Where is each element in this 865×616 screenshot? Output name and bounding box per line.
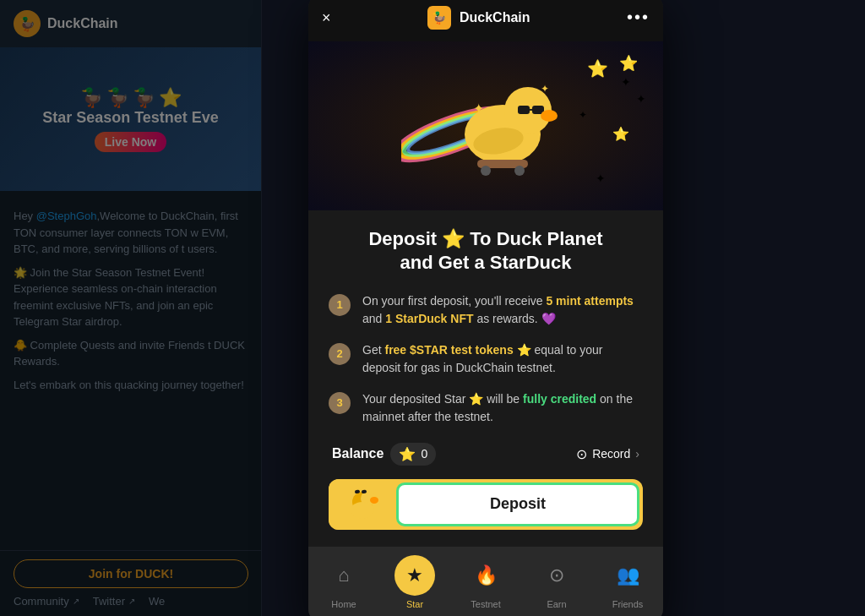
testnet-icon: 🔥 — [475, 564, 498, 586]
modal-app-info: 🦆 DuckChain — [427, 5, 530, 29]
step-text-1: On your first deposit, you'll receive 5 … — [362, 292, 643, 328]
steps-list: 1 On your first deposit, you'll receive … — [329, 292, 643, 426]
nav-icon-wrap-home: ⌂ — [324, 555, 364, 596]
nav-icon-wrap-star: ★ — [394, 555, 435, 596]
star-particle: ✦ — [579, 108, 587, 120]
nav-label-star: Star — [406, 599, 423, 609]
chevron-right-icon: › — [635, 447, 639, 461]
step-item-3: 3 Your deposited Star ⭐ will be fully cr… — [329, 390, 643, 426]
step-number-2: 2 — [329, 343, 351, 365]
svg-point-13 — [514, 165, 525, 175]
balance-star-icon: ⭐ — [399, 446, 416, 462]
deposit-duck-icon — [329, 479, 396, 530]
modal-hero: ⭐ ✦ ⭐ ✦ ⭐ ✦ ✦ — [308, 41, 663, 210]
star-particle: ⭐ — [619, 53, 638, 72]
star-particle: ✦ — [636, 91, 646, 105]
modal-title: Deposit ⭐ To Duck Planet and Get a StarD… — [329, 226, 643, 275]
duckchain-modal: × 🦆 DuckChain ••• ⭐ ✦ ⭐ ✦ ⭐ ✦ ✦ — [308, 0, 663, 616]
close-button[interactable]: × — [322, 9, 331, 25]
step-item-1: 1 On your first deposit, you'll receive … — [329, 292, 643, 328]
star-particle: ⭐ — [587, 57, 608, 78]
nav-item-home[interactable]: ⌂ Home — [318, 555, 369, 609]
nav-label-friends: Friends — [612, 599, 644, 609]
earn-icon: ⊙ — [549, 564, 564, 586]
step-number-3: 3 — [329, 392, 351, 414]
step-text-2: Get free $STAR test tokens ⭐ equal to yo… — [362, 341, 643, 377]
nav-label-home: Home — [331, 599, 356, 609]
record-icon: ⊙ — [576, 446, 587, 462]
deposit-button[interactable]: Deposit — [396, 482, 639, 526]
nav-item-friends[interactable]: 👥 Friends — [602, 555, 653, 609]
step-text-3: Your deposited Star ⭐ will be fully cred… — [362, 390, 643, 426]
record-label: Record — [592, 447, 630, 461]
nav-item-testnet[interactable]: 🔥 Testnet — [460, 555, 511, 609]
friends-icon: 👥 — [617, 564, 639, 586]
modal-app-icon: 🦆 — [427, 5, 451, 29]
balance-row: Balance ⭐ 0 ⊙ Record › — [329, 443, 643, 466]
nav-icon-wrap-testnet: 🔥 — [465, 555, 506, 596]
home-icon: ⌂ — [338, 564, 349, 586]
star-particle: ✦ — [621, 74, 631, 88]
nav-item-earn[interactable]: ⊙ Earn — [531, 555, 582, 609]
bottom-navigation: ⌂ Home ★ Star 🔥 Testnet ⊙ Earn 👥 — [308, 547, 663, 616]
nav-icon-wrap-earn: ⊙ — [536, 555, 577, 596]
svg-point-18 — [370, 497, 378, 504]
svg-point-9 — [541, 109, 558, 121]
step-item-2: 2 Get free $STAR test tokens ⭐ equal to … — [329, 341, 643, 377]
star-icon: ★ — [406, 564, 423, 586]
svg-text:✦: ✦ — [541, 82, 549, 94]
balance-badge: ⭐ 0 — [390, 443, 436, 466]
duck-deposit-icon — [341, 483, 384, 526]
balance-label: Balance — [332, 446, 384, 461]
nav-item-star[interactable]: ★ Star — [389, 555, 440, 609]
nav-icon-wrap-friends: 👥 — [607, 555, 648, 596]
duck-hero-image: ✦ ✦ — [401, 49, 570, 201]
svg-text:✦: ✦ — [473, 101, 484, 115]
nav-label-earn: Earn — [547, 599, 566, 609]
modal-header: × 🦆 DuckChain ••• — [308, 0, 663, 41]
svg-point-19 — [351, 502, 374, 519]
star-particle: ⭐ — [612, 125, 629, 141]
modal-content: Deposit ⭐ To Duck Planet and Get a StarD… — [308, 210, 663, 546]
step-number-1: 1 — [329, 294, 351, 316]
balance-left: Balance ⭐ 0 — [332, 443, 436, 466]
deposit-row: Deposit — [329, 479, 643, 530]
balance-value: 0 — [421, 447, 427, 461]
more-options-button[interactable]: ••• — [627, 8, 650, 27]
star-particle: ✦ — [596, 171, 606, 184]
record-button[interactable]: ⊙ Record › — [576, 446, 639, 462]
svg-rect-6 — [518, 105, 530, 113]
nav-label-testnet: Testnet — [471, 599, 500, 609]
svg-point-12 — [481, 165, 491, 175]
modal-app-name: DuckChain — [460, 9, 530, 25]
